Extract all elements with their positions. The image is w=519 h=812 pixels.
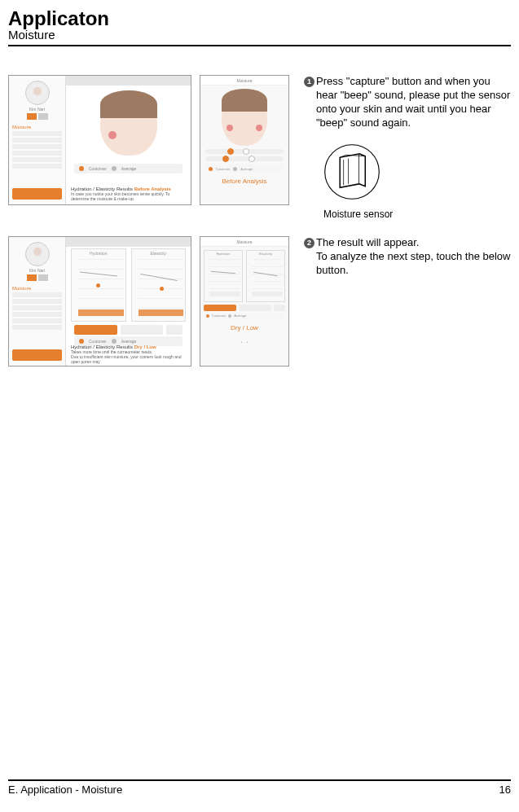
header-rule xyxy=(8,45,511,46)
page-header: Applicaton Moisture xyxy=(8,8,511,46)
phone-chart-label-hydration: Hydration xyxy=(205,252,242,256)
phone-screenshot-result: Moisture Hydration Elasticity xyxy=(200,236,289,366)
legend-bar: Customer Average xyxy=(74,164,183,173)
sidebar-item xyxy=(12,138,62,143)
phone-chart-hydration: Hydration xyxy=(204,250,243,302)
results-block: Hydration / Elasticity Results Dry / Low… xyxy=(71,345,186,364)
page-footer: E. Application - Moisture 16 xyxy=(8,779,511,796)
results-block: Hydration / Elasticity Results Before An… xyxy=(71,187,186,201)
legend-dot-average xyxy=(112,166,117,171)
legend-average: Average xyxy=(121,166,137,171)
app-main: Hydration Elasticity xyxy=(66,237,191,366)
sidebar-item xyxy=(12,325,62,330)
instruction-2: 2 The result will appear. To analyze the… xyxy=(304,236,511,278)
screenshot-group-1: Kim Nari Moisture xyxy=(8,75,289,205)
phone-legend-average: Average xyxy=(240,167,253,171)
sidebar-tab-inactive xyxy=(38,274,48,281)
phone-legend-customer: Customer xyxy=(212,314,226,318)
sidebar-username: Kim Nari xyxy=(9,268,65,273)
sidebar-cta-button xyxy=(12,188,62,200)
chart-label-hydration: Hydration xyxy=(72,251,125,256)
phone-chart-label-elasticity: Elasticity xyxy=(247,252,284,256)
step-badge-1: 1 xyxy=(304,77,314,87)
sidebar-item xyxy=(12,292,62,297)
sidebar-item xyxy=(12,131,62,136)
sidebar-item xyxy=(12,157,62,162)
legend-average: Average xyxy=(121,339,137,344)
step-text-1: Press "capture" button and when you hear… xyxy=(316,75,511,130)
app-main: Customer Average Hydration / Elasticity … xyxy=(66,76,191,204)
sidebar-item xyxy=(12,164,62,169)
instruction-1: 1 Press "capture" button and when you he… xyxy=(304,75,511,220)
sidebar-item xyxy=(12,299,62,304)
sensor-caption: Moisture sensor xyxy=(323,208,511,220)
sidebar-item xyxy=(12,144,62,149)
step-text-2b: To analyze the next step, touch the belo… xyxy=(316,250,511,276)
step-text-2a: The result will appear. xyxy=(316,236,419,248)
phone-pager-dots: • • xyxy=(200,340,288,345)
phone-title: Moisture xyxy=(200,76,288,86)
legend-dot-customer xyxy=(79,166,84,171)
app-sidebar: Kim Nari Moisture xyxy=(9,76,66,204)
desktop-screenshot-before: Kim Nari Moisture xyxy=(8,75,191,205)
phone-pill-row xyxy=(204,305,285,311)
avatar xyxy=(25,81,50,105)
phone-screenshot-before: Moisture Customer Average xyxy=(200,75,289,205)
sidebar-cta-button xyxy=(12,349,62,361)
app-sidebar: Kim Nari Moisture xyxy=(9,237,66,366)
legend-dot-average xyxy=(112,339,117,344)
phone-chart-elasticity: Elasticity xyxy=(246,250,285,302)
step-text-2: The result will appear. To analyze the n… xyxy=(316,236,511,278)
app-topbar xyxy=(66,76,191,86)
sidebar-tabs xyxy=(9,274,65,281)
phone-charts: Hydration Elasticity xyxy=(204,250,285,302)
results-subtext: In case you notice your skin becomes ten… xyxy=(71,191,186,201)
chart-elasticity: Elasticity xyxy=(131,248,187,322)
sensor-figure: Moisture sensor xyxy=(322,142,511,220)
phone-legend: Customer Average xyxy=(204,313,285,319)
legend-dot-customer xyxy=(79,339,84,344)
phone-sliders xyxy=(205,149,284,161)
step-row-2: Kim Nari Moisture xyxy=(8,236,511,366)
sidebar-section-title: Moisture xyxy=(12,125,62,129)
desktop-screenshot-result: Kim Nari Moisture xyxy=(8,236,191,366)
sidebar-item xyxy=(12,318,62,323)
avatar xyxy=(25,242,50,266)
moisture-sensor-icon xyxy=(322,142,382,202)
legend-customer: Customer xyxy=(89,339,107,344)
sidebar-item xyxy=(12,151,62,156)
sidebar-item xyxy=(12,312,62,317)
screenshot-group-2: Kim Nari Moisture xyxy=(8,236,289,366)
footer-rule xyxy=(8,779,511,781)
app-topbar xyxy=(66,237,191,247)
phone-legend-average: Average xyxy=(234,314,246,318)
phone-status-dry: Dry / Low xyxy=(200,324,288,331)
sidebar-tab-active xyxy=(27,113,37,120)
chart-label-elasticity: Elasticity xyxy=(132,251,186,256)
phone-legend-customer: Customer xyxy=(216,167,230,171)
sidebar-tabs xyxy=(9,113,65,120)
phone-status-before: Before Analysis xyxy=(200,178,288,185)
page-title: Applicaton xyxy=(8,8,511,29)
sidebar-section-title: Moisture xyxy=(12,286,62,291)
face-preview xyxy=(71,87,186,160)
phone-legend: Customer Average xyxy=(205,165,284,173)
phone-body: Hydration Elasticity Customer Averag xyxy=(200,247,288,366)
phone-face xyxy=(222,89,267,146)
step-badge-2: 2 xyxy=(304,238,314,248)
sidebar-tab-inactive xyxy=(38,113,48,120)
sidebar-username: Kim Nari xyxy=(9,107,65,112)
sidebar-item xyxy=(12,305,62,310)
chart-hydration: Hydration xyxy=(71,248,126,322)
legend-row xyxy=(74,325,183,335)
chart-area: Hydration Elasticity xyxy=(71,248,186,322)
step-row-1: Kim Nari Moisture xyxy=(8,75,511,220)
results-subtext-2: Due to insufficient skin moisture, your … xyxy=(71,354,186,364)
legend-customer: Customer xyxy=(89,166,107,171)
footer-page-number: 16 xyxy=(499,783,511,796)
footer-section: E. Application - Moisture xyxy=(8,783,122,796)
phone-title: Moisture xyxy=(200,237,288,247)
sidebar-tab-active xyxy=(27,274,37,281)
page-subtitle: Moisture xyxy=(8,28,511,42)
phone-body: Customer Average Before Analysis xyxy=(200,86,288,204)
